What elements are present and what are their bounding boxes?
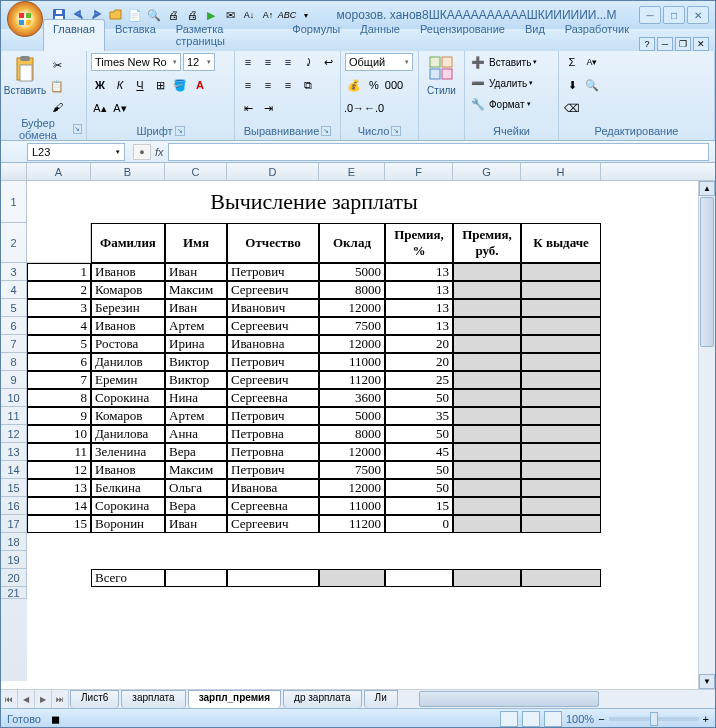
cell[interactable] [453, 407, 521, 425]
clear-icon[interactable]: ⌫ [563, 99, 581, 117]
font-size-combo[interactable]: 12▾ [183, 53, 215, 71]
sheet-tab-др зарплата[interactable]: др зарплата [283, 690, 362, 708]
col-header-D[interactable]: D [227, 163, 319, 180]
cell[interactable] [521, 389, 601, 407]
doc-restore-button[interactable]: ❐ [675, 37, 691, 51]
orientation-icon[interactable]: ⤸ [299, 53, 317, 71]
align-top-icon[interactable]: ≡ [239, 53, 257, 71]
tab-Разработчик[interactable]: Разработчик [555, 19, 639, 51]
cell[interactable] [521, 263, 601, 281]
scroll-up-icon[interactable]: ▲ [699, 181, 715, 196]
align-bottom-icon[interactable]: ≡ [279, 53, 297, 71]
cell[interactable]: Иван [165, 515, 227, 533]
cell[interactable]: Комаров [91, 281, 165, 299]
grow-font-icon[interactable]: A▴ [91, 99, 109, 117]
maximize-button[interactable]: □ [663, 6, 685, 24]
col-header-B[interactable]: B [91, 163, 165, 180]
merge-icon[interactable]: ⧉ [299, 76, 317, 94]
cell[interactable] [453, 497, 521, 515]
minimize-button[interactable]: ─ [639, 6, 661, 24]
cell[interactable]: 9 [27, 407, 91, 425]
cell[interactable]: 5000 [319, 263, 385, 281]
row-header-6[interactable]: 6 [1, 317, 27, 335]
tab-Рецензирование[interactable]: Рецензирование [410, 19, 515, 51]
row-header-18[interactable]: 18 [1, 533, 27, 551]
cell[interactable] [521, 461, 601, 479]
cell[interactable]: Имя [165, 223, 227, 263]
cell[interactable]: 12000 [319, 335, 385, 353]
row-header-16[interactable]: 16 [1, 497, 27, 515]
row-header-13[interactable]: 13 [1, 443, 27, 461]
cell[interactable]: Белкина [91, 479, 165, 497]
tab-Главная[interactable]: Главная [43, 19, 105, 51]
row-header-14[interactable]: 14 [1, 461, 27, 479]
cell[interactable]: Данилов [91, 353, 165, 371]
row-header-9[interactable]: 9 [1, 371, 27, 389]
cell[interactable]: Сергеевич [227, 515, 319, 533]
cell[interactable]: Зеленина [91, 443, 165, 461]
cell[interactable] [521, 497, 601, 515]
cell[interactable]: Петрович [227, 353, 319, 371]
tab-Вид[interactable]: Вид [515, 19, 555, 51]
row-header-7[interactable]: 7 [1, 335, 27, 353]
font-name-combo[interactable]: Times New Ro▾ [91, 53, 181, 71]
cell[interactable] [453, 425, 521, 443]
cell[interactable]: Иванов [91, 461, 165, 479]
decrease-indent-icon[interactable]: ⇤ [239, 99, 257, 117]
cell[interactable]: Сергеевич [227, 371, 319, 389]
cell[interactable]: 12000 [319, 299, 385, 317]
cell[interactable]: 11000 [319, 353, 385, 371]
cell[interactable] [385, 569, 453, 587]
row-header-11[interactable]: 11 [1, 407, 27, 425]
autosum-icon[interactable]: Σ [563, 53, 581, 71]
cell[interactable]: 50 [385, 461, 453, 479]
format-painter-icon[interactable]: 🖌 [48, 98, 66, 116]
zoom-slider[interactable] [609, 717, 699, 721]
cell[interactable]: 3600 [319, 389, 385, 407]
cell[interactable] [27, 223, 91, 263]
cell[interactable]: Еремин [91, 371, 165, 389]
cell[interactable]: Иванов [91, 263, 165, 281]
number-format-combo[interactable]: Общий▾ [345, 53, 413, 71]
cell[interactable]: Комаров [91, 407, 165, 425]
italic-icon[interactable]: К [111, 76, 129, 94]
cell[interactable] [521, 569, 601, 587]
cell[interactable]: Артем [165, 407, 227, 425]
cell[interactable]: Иван [165, 299, 227, 317]
cell[interactable]: Отчество [227, 223, 319, 263]
decrease-decimal-icon[interactable]: ←.0 [365, 99, 383, 117]
cell[interactable]: Иванович [227, 299, 319, 317]
insert-cells-button[interactable]: ➕Вставить▾ [469, 53, 537, 71]
paste-button[interactable]: Вставить [5, 53, 45, 98]
cell[interactable] [521, 299, 601, 317]
cell[interactable]: Виктор [165, 371, 227, 389]
styles-button[interactable]: Стили [423, 53, 460, 98]
row-header-1[interactable]: 1 [1, 181, 27, 223]
cell[interactable]: 7 [27, 371, 91, 389]
cell[interactable]: Максим [165, 461, 227, 479]
cell[interactable]: Оклад [319, 223, 385, 263]
cell[interactable] [453, 569, 521, 587]
shrink-font-icon[interactable]: A▾ [111, 99, 129, 117]
cell[interactable]: Анна [165, 425, 227, 443]
col-header-C[interactable]: C [165, 163, 227, 180]
cell[interactable]: Сергеевич [227, 317, 319, 335]
cell[interactable] [453, 389, 521, 407]
cell[interactable]: 5 [27, 335, 91, 353]
cell[interactable] [453, 461, 521, 479]
col-header-G[interactable]: G [453, 163, 521, 180]
help-button[interactable]: ? [639, 37, 655, 51]
align-left-icon[interactable]: ≡ [239, 76, 257, 94]
cell[interactable] [521, 371, 601, 389]
cell[interactable]: 4 [27, 317, 91, 335]
cell[interactable] [521, 515, 601, 533]
zoom-in-icon[interactable]: + [703, 713, 709, 725]
cell[interactable] [453, 281, 521, 299]
cell[interactable]: 12 [27, 461, 91, 479]
cell[interactable]: Петрович [227, 263, 319, 281]
cell[interactable]: 5000 [319, 407, 385, 425]
align-dialog-icon[interactable]: ↘ [321, 126, 331, 136]
row-header-20[interactable]: 20 [1, 569, 27, 587]
cell[interactable]: Сорокина [91, 497, 165, 515]
row-header-17[interactable]: 17 [1, 515, 27, 533]
